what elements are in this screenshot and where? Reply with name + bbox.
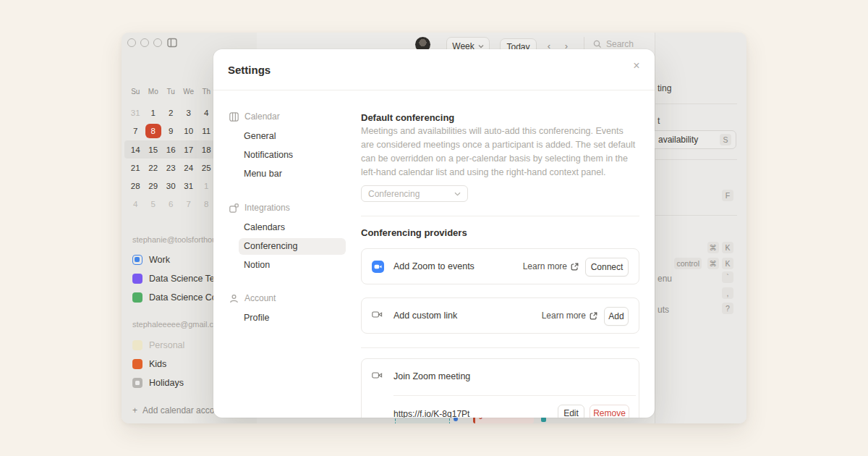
- nav-item-calendars[interactable]: Calendars: [244, 222, 285, 232]
- date-cell[interactable]: 22: [145, 161, 161, 175]
- date-cell[interactable]: 3: [181, 106, 197, 120]
- panel-divider: [655, 104, 737, 104]
- date-cell[interactable]: 31: [127, 106, 143, 120]
- edit-button[interactable]: Edit: [558, 405, 584, 418]
- date-cell[interactable]: 30: [163, 179, 179, 193]
- date-cell[interactable]: 4: [127, 197, 143, 211]
- shortcut-key-k: K: [722, 242, 733, 253]
- shortcuts-row-truncated[interactable]: uts: [658, 305, 669, 315]
- add-button[interactable]: Add: [604, 307, 629, 326]
- nav-item-menu-bar[interactable]: Menu bar: [244, 169, 282, 179]
- date-cell[interactable]: 7: [181, 197, 197, 211]
- content-divider: [361, 347, 639, 348]
- shortcut-key-control: control: [674, 258, 702, 269]
- date-cell[interactable]: 28: [127, 179, 143, 193]
- nav-section-label: Integrations: [244, 203, 290, 213]
- date-cell[interactable]: 18: [198, 143, 214, 157]
- date-cell[interactable]: 4: [198, 106, 214, 120]
- context-row-truncated[interactable]: t: [658, 116, 660, 126]
- section-description: Meetings and availabilities will auto-ad…: [361, 124, 637, 180]
- shortcut-key-cmd: ⌘: [707, 258, 720, 269]
- search-field[interactable]: Search: [593, 39, 634, 49]
- calendar-checkbox-kids[interactable]: [132, 359, 142, 369]
- date-cell[interactable]: 16: [163, 143, 179, 157]
- modal-header-divider: [213, 90, 655, 90]
- date-cell[interactable]: 24: [181, 161, 197, 175]
- integrations-blocks-icon: [229, 203, 239, 213]
- search-icon: [593, 40, 602, 48]
- settings-modal: Settings × Calendar General Notification…: [213, 49, 655, 418]
- date-cell[interactable]: 23: [163, 161, 179, 175]
- date-cell[interactable]: 5: [145, 197, 161, 211]
- shortcut-key-backtick: `: [722, 271, 733, 283]
- calendar-item-personal[interactable]: Personal: [132, 338, 184, 352]
- panel-divider: [655, 215, 737, 216]
- date-cell[interactable]: 6: [163, 197, 179, 211]
- calendar-item-work[interactable]: Work: [132, 253, 170, 267]
- nav-section-calendar: Calendar: [229, 111, 280, 122]
- date-cell[interactable]: 21: [127, 161, 143, 175]
- modal-title: Settings: [228, 64, 271, 76]
- weekday-label: We: [183, 88, 194, 96]
- date-cell[interactable]: 17: [181, 143, 197, 157]
- weekday-label: Tu: [167, 88, 175, 96]
- remove-button[interactable]: Remove: [590, 405, 629, 418]
- context-row-truncated[interactable]: ting: [658, 83, 671, 93]
- conferencing-select[interactable]: Conferencing: [361, 185, 468, 202]
- window-zoom-button[interactable]: [153, 38, 162, 47]
- date-cell[interactable]: 1: [198, 179, 214, 193]
- add-calendar-account-button[interactable]: + Add calendar account: [132, 405, 226, 415]
- nav-item-notifications[interactable]: Notifications: [244, 150, 293, 160]
- shortcut-key-question: ?: [722, 303, 733, 314]
- date-cell[interactable]: 15: [145, 143, 161, 157]
- nav-section-integrations: Integrations: [229, 203, 290, 213]
- calendar-checkbox-core[interactable]: [132, 292, 142, 303]
- date-cell[interactable]: 7: [127, 124, 143, 138]
- date-cell[interactable]: 1: [145, 106, 161, 120]
- date-cell[interactable]: 9: [163, 124, 179, 138]
- availability-label: availability: [658, 135, 698, 145]
- weekday-label: Mo: [148, 88, 158, 96]
- availability-menu-item[interactable]: availability S: [645, 130, 736, 149]
- date-cell[interactable]: 8: [198, 197, 214, 211]
- calendar-item-kids[interactable]: Kids: [132, 357, 166, 371]
- close-icon[interactable]: ×: [629, 58, 644, 74]
- date-cell[interactable]: 10: [181, 124, 197, 138]
- calendar-columns-icon: [229, 112, 239, 122]
- nav-section-account: Account: [229, 293, 276, 303]
- window-minimize-button[interactable]: [140, 38, 149, 47]
- nav-item-notion[interactable]: Notion: [244, 260, 270, 270]
- learn-more-link[interactable]: Learn more: [523, 261, 579, 271]
- date-cell[interactable]: 31: [181, 179, 197, 193]
- provider-label: Join Zoom meeting: [393, 371, 470, 381]
- date-cell[interactable]: 2: [163, 106, 179, 120]
- nav-item-general[interactable]: General: [244, 131, 276, 141]
- shortcut-key-comma: ,: [722, 287, 733, 299]
- sidebar-toggle-icon[interactable]: [167, 38, 177, 48]
- date-cell[interactable]: 29: [145, 179, 161, 193]
- window-close-button[interactable]: [127, 38, 136, 47]
- chevron-down-icon: [478, 44, 484, 48]
- date-cell[interactable]: 25: [198, 161, 214, 175]
- connect-button[interactable]: Connect: [585, 258, 629, 276]
- provider-card-zoom: Add Zoom to events Learn more Connect: [361, 248, 639, 284]
- calendar-item-data-science-core[interactable]: Data Science Core: [132, 290, 225, 305]
- date-cell[interactable]: 14: [127, 143, 143, 157]
- provider-label: Add custom link: [393, 311, 457, 321]
- calendar-app-window: Su Mo Tu We Th 31 1 2 3 4 7 8 9 10 11 14…: [122, 33, 746, 423]
- weekday-label: Th: [202, 88, 210, 96]
- calendar-checkbox-work[interactable]: [132, 255, 142, 265]
- provider-card-join-zoom: Join Zoom meeting https://f.io/K-8g17Pt …: [361, 358, 639, 418]
- menu-row-truncated[interactable]: enu: [658, 274, 672, 284]
- calendar-label: Personal: [149, 340, 184, 350]
- nav-item-conferencing[interactable]: Conferencing: [244, 241, 297, 251]
- date-cell[interactable]: 11: [198, 124, 214, 138]
- nav-item-profile[interactable]: Profile: [244, 313, 269, 323]
- shortcut-key-s: S: [720, 134, 731, 145]
- calendar-item-holidays[interactable]: Holidays: [132, 376, 184, 390]
- calendar-checkbox-holidays[interactable]: [132, 378, 142, 388]
- calendar-checkbox-personal[interactable]: [132, 340, 142, 350]
- date-cell-today[interactable]: 8: [145, 124, 161, 138]
- calendar-checkbox-team[interactable]: [132, 274, 142, 284]
- learn-more-link[interactable]: Learn more: [542, 311, 597, 321]
